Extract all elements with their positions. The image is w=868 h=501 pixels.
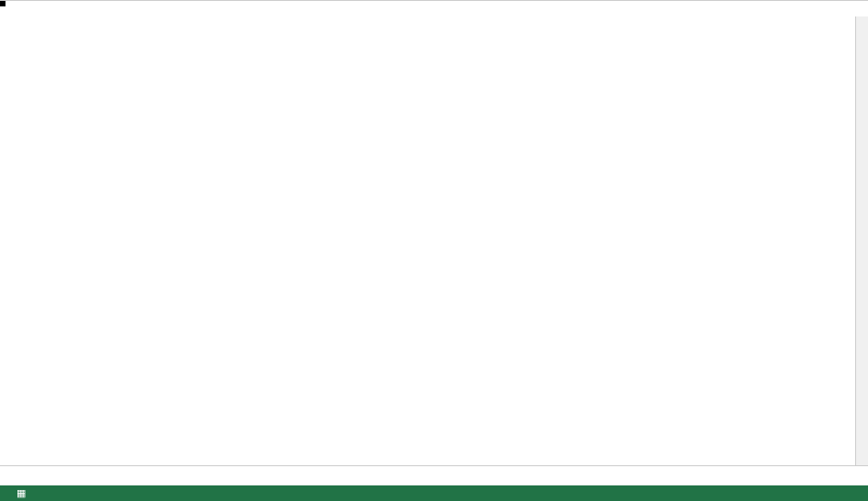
annotation-box xyxy=(0,1,5,6)
status-bar: ▦ xyxy=(0,485,868,501)
sheet-tabs xyxy=(0,465,868,485)
vertical-scrollbar[interactable] xyxy=(855,16,868,465)
macro-icon[interactable]: ▦ xyxy=(16,487,26,499)
spreadsheet-grid[interactable] xyxy=(0,0,868,1)
active-cell-cursor xyxy=(0,1,4,5)
